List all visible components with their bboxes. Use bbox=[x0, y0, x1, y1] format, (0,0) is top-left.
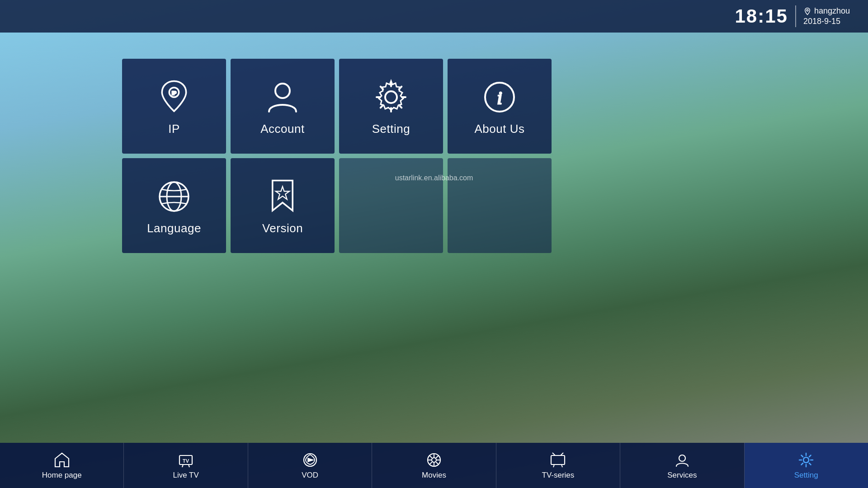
tile-language[interactable]: Language bbox=[122, 158, 226, 253]
svg-point-4 bbox=[385, 91, 397, 103]
tile-version[interactable]: Version bbox=[231, 158, 335, 253]
setting-icon bbox=[371, 77, 411, 117]
svg-point-32 bbox=[803, 457, 809, 463]
tile-ip[interactable]: IP IP bbox=[122, 59, 226, 154]
about-us-icon: i bbox=[479, 77, 520, 117]
location-text: hangzhou bbox=[814, 6, 850, 16]
nav-movies[interactable]: Movies bbox=[372, 443, 496, 488]
tv-series-icon bbox=[549, 451, 567, 469]
nav-setting[interactable]: Setting bbox=[745, 443, 868, 488]
svg-line-25 bbox=[429, 462, 433, 465]
nav-services[interactable]: Services bbox=[620, 443, 744, 488]
nav-live-tv[interactable]: TV Live TV bbox=[124, 443, 248, 488]
setting-nav-icon bbox=[797, 451, 815, 469]
nav-vod-label: VOD bbox=[302, 471, 318, 480]
nav-setting-label: Setting bbox=[794, 471, 818, 480]
tile-language-label: Language bbox=[147, 221, 201, 235]
tile-about-us-label: About Us bbox=[475, 122, 525, 136]
tile-setting-label: Setting bbox=[372, 122, 410, 136]
location-row: hangzhou bbox=[803, 6, 850, 16]
svg-line-22 bbox=[429, 455, 433, 459]
top-bar: 18:15 hangzhou 2018-9-15 bbox=[0, 0, 868, 33]
movies-icon bbox=[425, 451, 443, 469]
svg-rect-26 bbox=[551, 455, 565, 465]
nav-tv-series-label: TV-series bbox=[542, 471, 575, 480]
account-icon bbox=[262, 77, 303, 117]
svg-point-31 bbox=[679, 455, 685, 461]
tile-empty-2 bbox=[448, 158, 552, 253]
nav-live-tv-label: Live TV bbox=[173, 471, 198, 480]
divider bbox=[795, 5, 796, 27]
nav-movies-label: Movies bbox=[422, 471, 446, 480]
svg-line-23 bbox=[436, 462, 439, 465]
language-icon bbox=[154, 176, 194, 217]
svg-marker-10 bbox=[276, 186, 289, 199]
tile-account-label: Account bbox=[260, 122, 304, 136]
home-icon bbox=[53, 451, 71, 469]
location-block: hangzhou 2018-9-15 bbox=[803, 6, 850, 26]
settings-grid: IP IP Account Setting bbox=[122, 59, 552, 253]
vod-icon bbox=[301, 451, 319, 469]
svg-text:TV: TV bbox=[183, 458, 189, 464]
tile-ip-label: IP bbox=[168, 122, 180, 136]
svg-text:IP: IP bbox=[172, 90, 176, 95]
time-location-block: 18:15 hangzhou 2018-9-15 bbox=[735, 5, 850, 27]
location-pin-icon bbox=[803, 7, 811, 15]
live-tv-icon: TV bbox=[177, 451, 195, 469]
tile-empty-1 bbox=[339, 158, 443, 253]
svg-point-17 bbox=[432, 458, 436, 462]
svg-point-0 bbox=[807, 9, 808, 11]
version-icon bbox=[262, 176, 303, 217]
tile-version-label: Version bbox=[262, 221, 303, 235]
svg-text:i: i bbox=[497, 88, 502, 108]
nav-home-label: Home page bbox=[42, 471, 82, 480]
bottom-nav: Home page TV Live TV VOD bbox=[0, 443, 868, 488]
ip-icon: IP bbox=[154, 77, 194, 117]
tile-about-us[interactable]: i About Us bbox=[448, 59, 552, 154]
nav-vod[interactable]: VOD bbox=[248, 443, 372, 488]
svg-point-3 bbox=[275, 84, 290, 98]
clock: 18:15 bbox=[735, 5, 788, 27]
tile-setting[interactable]: Setting bbox=[339, 59, 443, 154]
services-icon bbox=[673, 451, 691, 469]
nav-services-label: Services bbox=[667, 471, 697, 480]
date-text: 2018-9-15 bbox=[803, 17, 840, 26]
nav-home[interactable]: Home page bbox=[0, 443, 124, 488]
tile-account[interactable]: Account bbox=[231, 59, 335, 154]
svg-line-24 bbox=[436, 455, 439, 459]
nav-tv-series[interactable]: TV-series bbox=[496, 443, 620, 488]
